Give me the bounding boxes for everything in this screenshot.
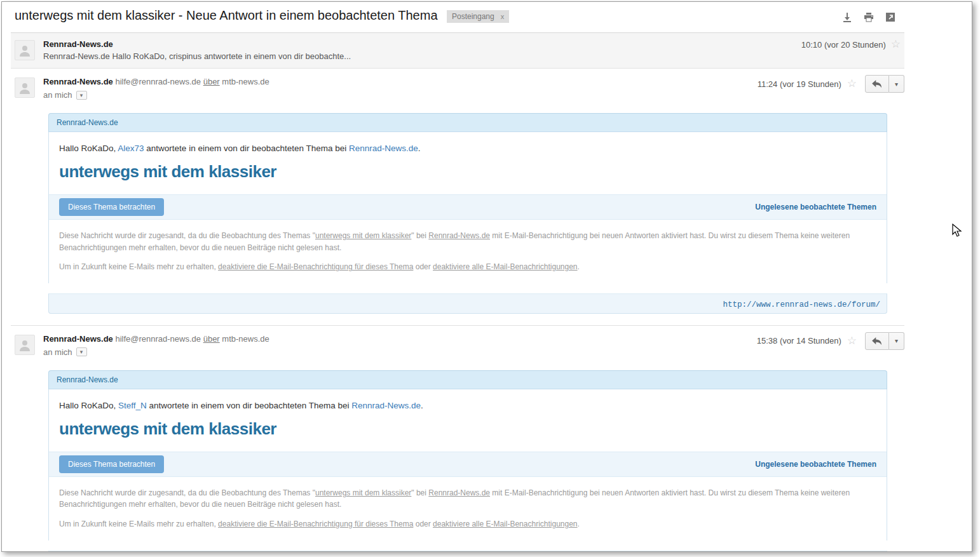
open-in-new-icon[interactable]	[885, 12, 895, 22]
avatar	[15, 40, 35, 60]
collapsed-snippet: Rennrad-News.de Hallo RoKaDo, crispinus …	[43, 50, 898, 63]
sender-email: hilfe@rennrad-news.de	[115, 77, 201, 86]
remove-label-icon[interactable]: x	[501, 13, 505, 20]
para-text: .	[578, 520, 580, 528]
show-details-icon[interactable]: ▾	[76, 347, 87, 356]
thread-toolbar	[842, 12, 895, 22]
message-card-header: Rennrad-News.de	[48, 113, 887, 132]
more-options-button[interactable]: ▾	[889, 75, 904, 93]
unread-topics-link[interactable]: Ungelesene beobachtete Themen	[755, 460, 876, 469]
para-text: Diese Nachricht wurde dir zugesandt, da …	[59, 231, 315, 240]
para-text: .	[578, 262, 580, 271]
show-details-icon[interactable]: ▾	[76, 91, 87, 100]
site-link[interactable]: Rennrad-News.de	[349, 144, 418, 153]
inbox-label-chip[interactable]: Posteingangx	[447, 10, 509, 23]
collapsed-timestamp: 10:10 (vor 20 Stunden)	[801, 40, 886, 50]
download-icon[interactable]	[842, 12, 852, 22]
para-text: Diese Nachricht wurde dir zugesandt, da …	[59, 488, 315, 497]
topic-link[interactable]: unterwegs mit dem klassiker	[315, 488, 411, 497]
topic-link[interactable]: unterwegs mit dem klassiker	[315, 231, 411, 240]
watch-topic-button[interactable]: Dieses Thema betrachten	[59, 455, 164, 473]
subject-bar: unterwegs mit dem klassiker - Neue Antwo…	[2, 2, 972, 32]
reply-button[interactable]	[865, 332, 889, 350]
greeting-line: Hallo RoKaDo, Steff_N antwortete in eine…	[49, 389, 887, 410]
thread-subject: unterwegs mit dem klassiker - Neue Antwo…	[15, 8, 438, 23]
recipient-label: an mich	[43, 90, 72, 100]
disable-all-notifications-link[interactable]: deaktiviere alle E-Mail-Benachrichtigung…	[433, 520, 577, 528]
greeting-suffix: .	[421, 401, 423, 410]
site-link[interactable]: Rennrad-News.de	[428, 488, 490, 497]
via-link[interactable]: über	[203, 334, 220, 344]
star-icon[interactable]: ☆	[891, 39, 901, 50]
print-icon[interactable]	[864, 12, 874, 22]
action-strip: Dieses Thema betrachten Ungelesene beoba…	[49, 452, 887, 477]
para-text: Um in Zukunft keine E-Mails mehr zu erha…	[59, 262, 218, 271]
greeting-prefix: Hallo RoKaDo,	[59, 144, 118, 153]
via-domain: mtb-news.de	[222, 334, 269, 344]
more-options-button[interactable]: ▾	[889, 332, 904, 350]
unread-topics-link[interactable]: Ungelesene beobachtete Themen	[755, 203, 876, 211]
sender-email: hilfe@rennrad-news.de	[115, 334, 201, 344]
email-thread: Rennrad-News.de Rennrad-News.de Hallo Ro…	[11, 32, 904, 552]
email-thread-window: unterwegs mit dem klassiker - Neue Antwo…	[1, 1, 972, 552]
message-card-footer: http://www.rennrad-news.de/forum/	[48, 293, 887, 314]
email-timestamp: 15:38 (vor 14 Stunden)	[757, 336, 841, 346]
sender-name: Rennrad-News.de	[43, 334, 113, 344]
greeting-suffix: .	[418, 144, 421, 153]
collapsed-email-row[interactable]: Rennrad-News.de Rennrad-News.de Hallo Ro…	[11, 32, 904, 69]
greeting-prefix: Hallo RoKaDo,	[59, 401, 118, 410]
para-text: " bei	[411, 488, 428, 497]
replier-link[interactable]: Alex73	[118, 144, 144, 153]
collapsed-sender: Rennrad-News.de	[43, 39, 898, 50]
para-text: oder	[413, 520, 433, 528]
watch-topic-button[interactable]: Dieses Thema betrachten	[59, 198, 164, 216]
topic-title: unterwegs mit dem klassiker	[49, 153, 887, 194]
disable-topic-notifications-link[interactable]: deaktiviere die E-Mail-Benachrichtigung …	[218, 520, 413, 528]
notification-paragraph: Diese Nachricht wurde dir zugesandt, da …	[59, 230, 876, 253]
forum-url-link[interactable]: http://www.rennrad-news.de/forum/	[723, 300, 880, 309]
greeting-line: Hallo RoKaDo, Alex73 antwortete in einem…	[49, 132, 887, 153]
via-domain: mtb-news.de	[222, 77, 269, 86]
sender-name: Rennrad-News.de	[43, 77, 113, 86]
inbox-label-text: Posteingang	[452, 12, 494, 21]
message-card-header: Rennrad-News.de	[48, 370, 887, 389]
reply-button[interactable]	[865, 75, 889, 93]
star-icon[interactable]: ☆	[847, 79, 857, 89]
greeting-mid: antwortete in einem von dir beobachteten…	[144, 144, 349, 153]
brand-link[interactable]: Rennrad-News.de	[57, 118, 118, 127]
avatar	[15, 335, 35, 355]
disable-topic-notifications-link[interactable]: deaktiviere die E-Mail-Benachrichtigung …	[218, 262, 413, 271]
para-text: Um in Zukunft keine E-Mails mehr zu erha…	[59, 520, 218, 528]
para-text: " bei	[411, 231, 428, 240]
para-text: oder	[413, 262, 433, 271]
brand-link[interactable]: Rennrad-News.de	[57, 375, 118, 384]
message-card-footer: http://www.rennrad-news.de/forum/	[48, 551, 887, 552]
avatar	[15, 77, 35, 98]
site-link[interactable]: Rennrad-News.de	[351, 401, 421, 410]
notification-paragraph: Diese Nachricht wurde dir zugesandt, da …	[59, 487, 876, 511]
site-link[interactable]: Rennrad-News.de	[428, 231, 490, 240]
action-strip: Dieses Thema betrachten Ungelesene beoba…	[49, 194, 887, 220]
star-icon[interactable]: ☆	[847, 336, 857, 346]
email-header: Rennrad-News.de hilfe@rennrad-news.de üb…	[11, 69, 904, 104]
email-header: Rennrad-News.de hilfe@rennrad-news.de üb…	[11, 326, 904, 361]
greeting-mid: antwortete in einem von dir beobachteten…	[147, 401, 351, 410]
recipient-label: an mich	[43, 347, 72, 357]
topic-title: unterwegs mit dem klassiker	[49, 410, 887, 452]
message-card: Rennrad-News.de Hallo RoKaDo, Alex73 ant…	[48, 113, 887, 314]
replier-link[interactable]: Steff_N	[118, 401, 147, 410]
unsubscribe-paragraph: Um in Zukunft keine E-Mails mehr zu erha…	[59, 261, 876, 273]
email-timestamp: 11:24 (vor 19 Stunden)	[758, 79, 841, 89]
via-link[interactable]: über	[203, 77, 220, 86]
collapsed-email-text: Rennrad-News.de Rennrad-News.de Hallo Ro…	[43, 39, 898, 63]
unsubscribe-paragraph: Um in Zukunft keine E-Mails mehr zu erha…	[59, 518, 876, 530]
message-card: Rennrad-News.de Hallo RoKaDo, Steff_N an…	[48, 370, 887, 552]
disable-all-notifications-link[interactable]: deaktiviere alle E-Mail-Benachrichtigung…	[433, 262, 577, 271]
